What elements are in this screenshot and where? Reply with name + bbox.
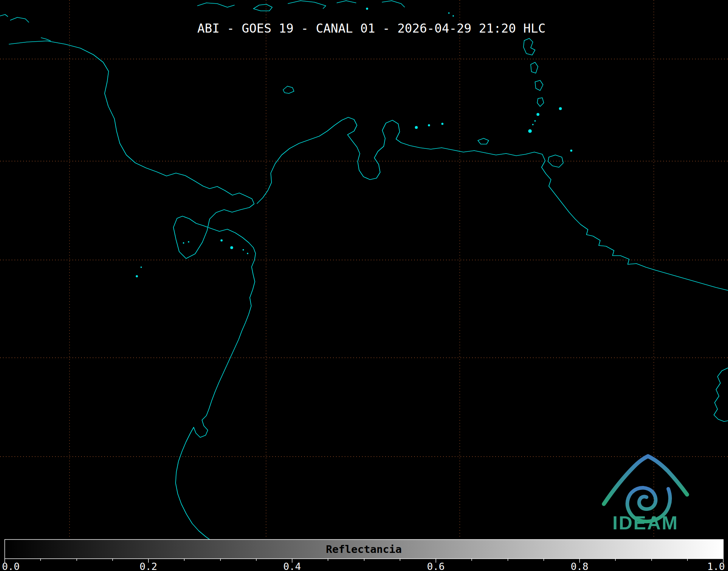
- island-dot: [428, 124, 430, 126]
- colorbar-label: Reflectancia: [326, 543, 402, 555]
- island-dot: [220, 239, 223, 242]
- island-dot: [441, 123, 443, 125]
- colorbar-tick-label: 0.0: [2, 561, 20, 571]
- island-dot: [559, 107, 562, 110]
- colorbar-tick-label: 0.6: [427, 561, 445, 571]
- island-dot: [140, 266, 142, 268]
- island-dot: [448, 12, 450, 14]
- island-dot: [534, 120, 536, 122]
- colorbar-tick-label: 1.0: [707, 561, 725, 571]
- island-dot: [415, 126, 418, 129]
- island-dot: [366, 8, 368, 10]
- island-dot: [536, 113, 539, 116]
- island-dot: [183, 242, 184, 244]
- colorbar-tick-label: 0.8: [571, 561, 589, 571]
- island-dot: [243, 249, 244, 251]
- island-dot: [453, 15, 454, 17]
- island-dot: [532, 124, 534, 125]
- island-dot: [528, 129, 532, 133]
- island-dot: [136, 275, 138, 277]
- colorbar-tick-label: 0.2: [140, 561, 157, 571]
- island-dot: [188, 241, 189, 243]
- island-dot: [570, 150, 572, 152]
- map-title: ABI - GOES 19 - CANAL 01 - 2026-04-29 21…: [197, 21, 546, 35]
- ideam-wordmark: IDEAM: [613, 512, 679, 533]
- colorbar-tick-label: 0.4: [283, 561, 301, 571]
- island-dot: [230, 246, 233, 249]
- map-canvas: ABI - GOES 19 - CANAL 01 - 2026-04-29 21…: [0, 0, 728, 571]
- satellite-map-view: ABI - GOES 19 - CANAL 01 - 2026-04-29 21…: [0, 0, 728, 571]
- island-dot: [247, 253, 248, 254]
